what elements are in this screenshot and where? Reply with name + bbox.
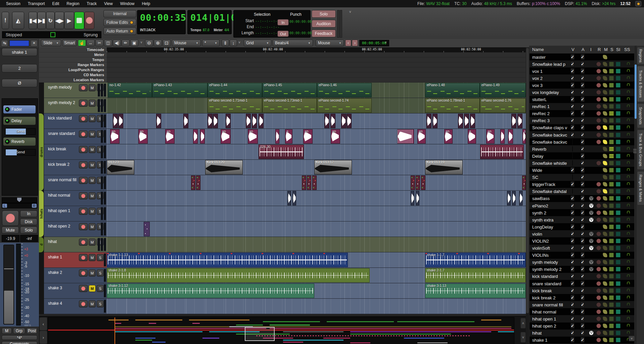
mute-state-icon[interactable] bbox=[603, 196, 607, 201]
active-checkbox[interactable]: ✓ bbox=[581, 75, 585, 81]
phase-button[interactable]: Ø bbox=[2, 79, 37, 87]
track-row-vox-2[interactable]: vox 2✓✓ bbox=[530, 75, 634, 82]
column-header-a[interactable]: A bbox=[582, 47, 585, 52]
track-row-revRec-1[interactable]: revRec 1✓✓ bbox=[530, 103, 634, 110]
output-button[interactable]: *4* bbox=[2, 335, 37, 340]
solo-isolate-icon[interactable] bbox=[616, 83, 620, 87]
visible-checkbox[interactable]: ✓ bbox=[570, 167, 574, 173]
solo-state-icon[interactable] bbox=[609, 267, 614, 272]
solo-state-icon[interactable] bbox=[609, 338, 614, 342]
active-checkbox[interactable]: ✓ bbox=[581, 245, 585, 251]
mute-state-icon[interactable] bbox=[603, 104, 607, 109]
track-row-synth-melody-2[interactable]: synth melody 2✓✓ bbox=[530, 266, 634, 273]
mute-state-icon[interactable] bbox=[603, 168, 607, 173]
visible-checkbox[interactable]: ✓ bbox=[570, 68, 574, 73]
loop-button[interactable]: ↻ bbox=[46, 12, 55, 29]
stretch-tool-button[interactable]: ◫ bbox=[104, 40, 112, 46]
audio-region[interactable]: sn bbox=[221, 129, 231, 144]
audio-region[interactable] bbox=[458, 114, 463, 128]
audio-region[interactable] bbox=[144, 222, 150, 236]
track-header-hihat-open-2[interactable]: hihat open 2MS bbox=[44, 222, 107, 237]
audio-region[interactable] bbox=[246, 114, 251, 128]
track-row-synth-melody[interactable]: synth melody✓✓ bbox=[530, 259, 634, 266]
record-arm-button[interactable] bbox=[79, 300, 88, 307]
mute-button[interactable]: M bbox=[89, 239, 96, 246]
record-arm-button[interactable] bbox=[79, 84, 88, 91]
active-checkbox[interactable]: ✓ bbox=[581, 61, 585, 66]
record-arm-button[interactable] bbox=[79, 239, 88, 246]
solo-state-icon[interactable] bbox=[609, 175, 614, 180]
go-end-button[interactable]: ▶▮ bbox=[37, 12, 46, 29]
active-checkbox[interactable]: ✓ bbox=[581, 217, 585, 222]
record-state-icon[interactable] bbox=[597, 217, 601, 222]
mute-button[interactable]: M bbox=[89, 269, 96, 277]
ruler-row[interactable] bbox=[107, 72, 526, 78]
active-checkbox[interactable]: ✓ bbox=[581, 111, 585, 116]
track-row-VIOLIN2[interactable]: VIOLIN2✓✓ bbox=[530, 237, 634, 244]
solo-isolate-icon[interactable] bbox=[616, 295, 620, 300]
audio-region[interactable] bbox=[507, 191, 511, 205]
midi-input-icon[interactable] bbox=[589, 217, 594, 222]
track-header-shake-3[interactable]: shake 3MS bbox=[44, 283, 107, 299]
active-checkbox[interactable]: ✓ bbox=[581, 210, 585, 215]
visible-checkbox[interactable]: ✓ bbox=[570, 224, 574, 229]
audio-region[interactable] bbox=[302, 176, 306, 190]
track-row-kick-standard[interactable]: kick standard✓✓ bbox=[530, 273, 634, 280]
record-arm-button[interactable] bbox=[79, 192, 88, 199]
visible-checkbox[interactable]: ✓ bbox=[570, 75, 574, 81]
active-checkbox[interactable]: ✓ bbox=[581, 146, 585, 151]
zoom-focus-dropdown[interactable]: Mouse▼ bbox=[172, 40, 201, 46]
solo-isolate-icon[interactable] bbox=[616, 189, 620, 194]
record-state-icon[interactable] bbox=[597, 295, 601, 300]
mute-state-icon[interactable] bbox=[603, 111, 607, 116]
mute-state-icon[interactable] bbox=[603, 295, 607, 300]
audio-region[interactable] bbox=[193, 129, 198, 144]
active-checkbox[interactable]: ✓ bbox=[581, 82, 585, 88]
marker-visibility-dropdown[interactable]: *▼ bbox=[202, 40, 220, 46]
midi-region[interactable]: ePiano-1.48 bbox=[425, 83, 480, 97]
primary-clock[interactable]: 00:00:35:25INT/JACK bbox=[137, 10, 186, 34]
audio-region[interactable] bbox=[464, 114, 469, 128]
record-state-icon[interactable] bbox=[597, 104, 601, 109]
solo-state-icon[interactable] bbox=[609, 104, 614, 109]
audio-region[interactable] bbox=[312, 176, 317, 190]
audio-region[interactable] bbox=[196, 176, 200, 190]
track-row-snare-normal-fill[interactable]: snare normal fill✓✓ bbox=[530, 301, 634, 308]
tools-overflow-chevron[interactable]: ˅ bbox=[140, 41, 142, 44]
midi-region[interactable]: ePiano-1.44 bbox=[208, 83, 262, 97]
menu-transport[interactable]: Transport bbox=[25, 1, 48, 6]
record-arm-button[interactable] bbox=[79, 208, 88, 215]
track-header-snare-normal-fill[interactable]: snare normal fillMS bbox=[44, 175, 107, 191]
error-indicator-button[interactable] bbox=[635, 1, 641, 6]
audio-region[interactable]: sn bbox=[248, 129, 258, 144]
fit-selection-button[interactable]: ↹ bbox=[1, 40, 8, 47]
audio-region[interactable] bbox=[411, 176, 415, 190]
gain-value[interactable]: -19.9 bbox=[2, 235, 19, 242]
tab-ranges-marks[interactable]: Ranges & Marks bbox=[637, 171, 644, 205]
track-lane-hihat-open-1[interactable] bbox=[107, 206, 526, 222]
grab-tool-button[interactable]: ☝ bbox=[78, 40, 86, 46]
solo-state-icon[interactable] bbox=[609, 76, 614, 80]
mute-button[interactable]: M bbox=[89, 131, 96, 138]
record-state-icon[interactable] bbox=[597, 133, 601, 137]
solo-isolate-icon[interactable] bbox=[616, 111, 620, 116]
track-lane-kick-standard[interactable] bbox=[107, 113, 526, 129]
track-lane-snare-normal-fill[interactable] bbox=[107, 175, 526, 191]
audio-region[interactable] bbox=[183, 114, 188, 128]
menu-track[interactable]: Track bbox=[83, 1, 100, 6]
punch-out-button[interactable]: Out bbox=[277, 31, 289, 37]
audio-region[interactable]: sn bbox=[165, 129, 175, 144]
active-checkbox[interactable]: ✓ bbox=[581, 309, 585, 314]
solo-state-icon[interactable] bbox=[609, 133, 614, 137]
mute-state-icon[interactable] bbox=[603, 309, 607, 314]
solo-isolate-icon[interactable] bbox=[616, 203, 620, 208]
fader-processor[interactable]: Fader bbox=[3, 105, 36, 113]
mute-state-icon[interactable] bbox=[603, 182, 607, 187]
record-state-icon[interactable] bbox=[597, 69, 601, 73]
record-arm-button[interactable] bbox=[79, 100, 88, 107]
active-checkbox[interactable]: ✓ bbox=[581, 125, 585, 130]
record-state-icon[interactable] bbox=[597, 62, 601, 66]
record-state-icon[interactable] bbox=[597, 246, 601, 250]
track-header-synth-melody-2[interactable]: synth melody 2MS bbox=[44, 98, 107, 113]
ruler-label-meter[interactable]: Meter bbox=[39, 52, 107, 57]
